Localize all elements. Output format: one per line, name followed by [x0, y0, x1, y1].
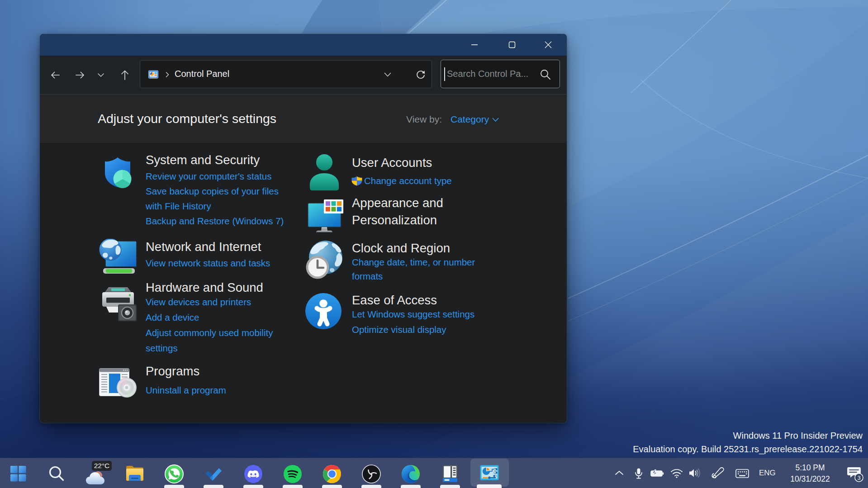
- svg-text:3: 3: [857, 474, 860, 481]
